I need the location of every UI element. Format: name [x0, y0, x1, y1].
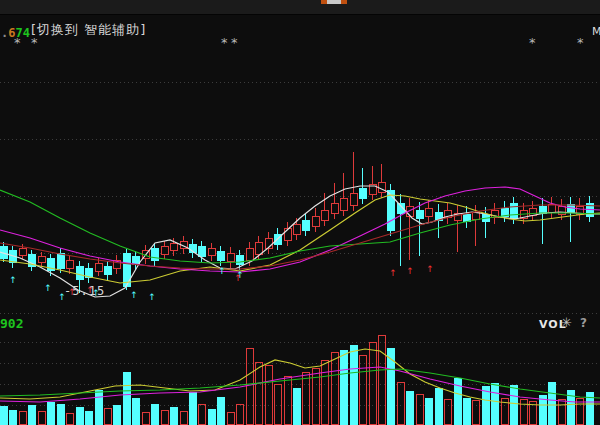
- volume-bar: [227, 412, 234, 424]
- buy-signal-icon: ↑: [218, 266, 226, 276]
- volume-bar: [425, 398, 432, 424]
- candle: [331, 203, 338, 213]
- volume-bar: [170, 407, 177, 424]
- volume-bar: [151, 404, 158, 424]
- volume-bar: [406, 391, 413, 424]
- asterisk-mark: *: [221, 38, 228, 48]
- candle: [104, 266, 111, 274]
- candle: [19, 248, 26, 255]
- candle: [95, 263, 102, 271]
- volume-bar: [463, 398, 470, 424]
- buy-signal-icon: ↑: [130, 290, 138, 300]
- asterisk-mark: *: [31, 38, 38, 48]
- candle: [510, 203, 517, 218]
- volume-bar: [19, 411, 26, 424]
- candle: [321, 210, 328, 220]
- candle: [350, 193, 357, 205]
- buy-signal-icon: ↑: [148, 292, 156, 302]
- candle: [359, 188, 366, 198]
- sell-signal-icon: ↑: [406, 266, 414, 276]
- low-price-tag: -5.15: [64, 284, 105, 298]
- candle: [161, 246, 168, 254]
- candle: [38, 256, 45, 262]
- volume-bar: [38, 411, 45, 424]
- sell-signal-icon: ↑: [426, 264, 434, 274]
- candle: [227, 253, 234, 261]
- volume-bar: [472, 400, 479, 424]
- candle: [265, 238, 272, 248]
- candle: [293, 224, 300, 234]
- asterisk-mark: *: [577, 38, 584, 48]
- candle: [208, 248, 215, 255]
- volume-bar: [510, 385, 517, 424]
- candle: [76, 266, 83, 279]
- volume-bar: [444, 399, 451, 424]
- volume-bar: [180, 411, 187, 424]
- volume-bar: [28, 405, 35, 424]
- volume-bar: [558, 399, 565, 424]
- trading-chart-window: ↑↑↑↑↑↑↑↑↑↑↑↑↑↑ .674 [切换到 智能辅助] M ****** …: [0, 0, 600, 425]
- mode-switch-label[interactable]: [切换到 智能辅助]: [31, 21, 146, 39]
- volume-bar: [321, 360, 328, 424]
- candle: [66, 260, 73, 268]
- volume-bar: [293, 388, 300, 424]
- volume-bar: [359, 355, 366, 424]
- volume-bar: [123, 372, 130, 424]
- volume-bar: [208, 409, 215, 424]
- asterisk-mark: *: [14, 38, 21, 48]
- volume-bar: [189, 392, 196, 424]
- candle: [463, 214, 470, 221]
- candle: [170, 243, 177, 250]
- candle: [57, 253, 64, 268]
- volume-bar: [350, 345, 357, 424]
- asterisk-mark: *: [529, 38, 536, 48]
- volume-bar: [416, 394, 423, 424]
- volume-bar: [435, 388, 442, 424]
- sell-signal-icon: ↑: [234, 273, 242, 283]
- volume-bar: [132, 398, 139, 424]
- candle: [255, 242, 262, 254]
- candle: [302, 220, 309, 230]
- volume-bar: [378, 335, 385, 424]
- volume-bar: [265, 365, 272, 424]
- volume-bar: [9, 410, 16, 424]
- candle: [416, 210, 423, 218]
- volume-bar: [76, 407, 83, 424]
- volume-bar: [369, 342, 376, 424]
- volume-bar: [104, 408, 111, 424]
- volume-bar: [57, 404, 64, 424]
- ma-legend-cut: M: [592, 25, 600, 38]
- volume-bar: [142, 412, 149, 424]
- help-icon[interactable]: ?: [580, 316, 587, 330]
- volume-bar: [312, 368, 319, 424]
- volume-bar: [161, 410, 168, 424]
- volume-bar: [47, 402, 54, 424]
- volume-bar: [66, 413, 73, 424]
- volume-bar: [340, 350, 347, 424]
- volume-bar: [255, 362, 262, 424]
- volume-value: 902: [0, 316, 23, 331]
- volume-bar: [85, 411, 92, 424]
- buy-signal-icon: ↑: [9, 275, 17, 285]
- volume-bar: [274, 384, 281, 424]
- volume-bar: [95, 390, 102, 424]
- volume-bar: [548, 382, 555, 424]
- gear-icon[interactable]: ✳: [561, 315, 572, 330]
- top-bar: [0, 0, 600, 15]
- volume-bar: [520, 399, 527, 424]
- sell-signal-icon: ↑: [389, 268, 397, 278]
- asterisk-mark: *: [231, 38, 238, 48]
- candle: [539, 206, 546, 213]
- volume-bar: [198, 404, 205, 424]
- volume-bar: [302, 372, 309, 424]
- volume-bar: [113, 405, 120, 424]
- top-tab-button[interactable]: [321, 0, 347, 4]
- candle: [501, 208, 508, 216]
- volume-bar: [217, 397, 224, 424]
- candle: [425, 208, 432, 216]
- kline-chart[interactable]: ↑↑↑↑↑↑↑↑↑↑↑↑↑↑: [0, 0, 600, 425]
- buy-signal-icon: ↑: [44, 283, 52, 293]
- candle: [340, 198, 347, 210]
- candle: [198, 246, 205, 256]
- candle: [132, 256, 139, 264]
